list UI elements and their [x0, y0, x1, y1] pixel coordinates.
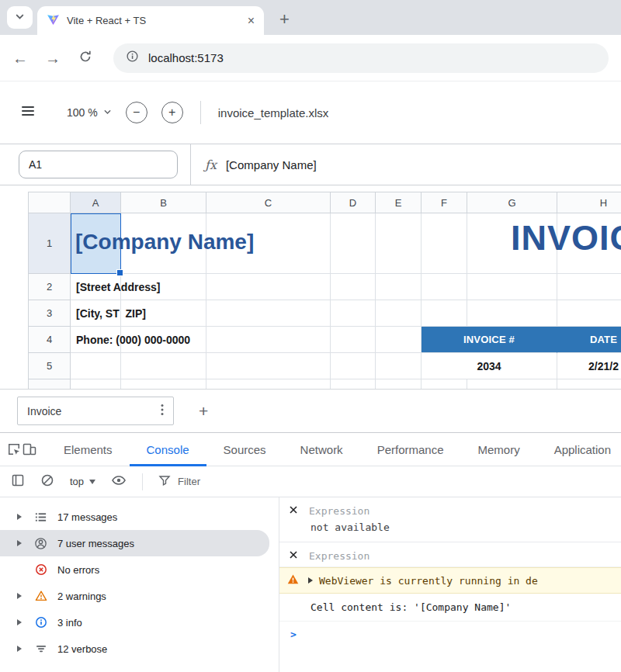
cell-date-header[interactable]: DATE	[557, 327, 621, 353]
col-header-a[interactable]: A	[71, 192, 121, 213]
back-icon[interactable]: ←	[12, 50, 28, 66]
cell-date-value[interactable]: 2/21/2	[557, 353, 621, 379]
new-tab-button[interactable]: +	[279, 11, 290, 28]
tab-close-icon[interactable]: ×	[248, 15, 255, 27]
console-warning-message[interactable]: WebViewer is currently running in de	[279, 567, 621, 594]
cell-invoice-number[interactable]: 2034	[422, 353, 557, 379]
console-prompt-chevron[interactable]: >	[279, 622, 621, 647]
select-all-corner[interactable]	[29, 192, 71, 213]
row-header-6[interactable]: 6	[29, 379, 71, 389]
clear-console-icon[interactable]	[40, 473, 54, 490]
row-header-5[interactable]: 5	[29, 353, 71, 379]
row-header-3[interactable]: 3	[29, 300, 71, 327]
expand-triangle-icon[interactable]	[17, 514, 22, 520]
expand-triangle-icon[interactable]	[17, 540, 22, 546]
col-header-h[interactable]: H	[557, 192, 621, 213]
console-sidebar-toggle-icon[interactable]	[11, 473, 25, 490]
cell[interactable]	[206, 353, 331, 379]
cell[interactable]	[71, 379, 121, 389]
cell-a4[interactable]: Phone: (000) 000-0000	[71, 327, 121, 353]
cell-a3[interactable]: [City, ST ZIP]	[71, 300, 121, 327]
col-header-f[interactable]: F	[422, 192, 467, 213]
cell[interactable]	[206, 300, 331, 327]
inspect-element-icon[interactable]	[6, 442, 22, 457]
col-header-g[interactable]: G	[467, 192, 557, 213]
sidebar-item-info[interactable]: 3 info	[0, 609, 279, 636]
cell[interactable]	[557, 379, 621, 389]
cell[interactable]	[557, 300, 621, 327]
tab-sources[interactable]: Sources	[206, 433, 283, 466]
tab-performance[interactable]: Performance	[360, 433, 461, 466]
tab-search-button[interactable]	[7, 6, 33, 29]
col-header-d[interactable]: D	[331, 192, 376, 213]
cell[interactable]	[376, 327, 422, 353]
cell[interactable]	[422, 274, 467, 300]
cell[interactable]	[331, 300, 376, 327]
col-header-b[interactable]: B	[121, 192, 206, 213]
expand-triangle-icon[interactable]	[17, 593, 22, 599]
row-header-1[interactable]: 1	[29, 213, 71, 274]
tab-application[interactable]: Application	[537, 433, 621, 466]
cell[interactable]	[467, 300, 557, 327]
zoom-out-button[interactable]: −	[126, 102, 147, 123]
sidebar-item-errors[interactable]: No errors	[0, 556, 279, 583]
info-icon[interactable]	[126, 50, 139, 66]
col-header-e[interactable]: E	[376, 192, 422, 213]
cell[interactable]	[422, 213, 467, 274]
cell[interactable]	[376, 274, 422, 300]
forward-icon[interactable]: →	[45, 50, 61, 66]
cell[interactable]	[331, 327, 376, 353]
cell[interactable]	[331, 213, 376, 274]
cell-invoice-number-header[interactable]: INVOICE #	[422, 327, 557, 353]
cell-a2[interactable]: [Street Address]	[71, 274, 121, 300]
cell[interactable]	[206, 379, 331, 389]
sheet-tab-invoice[interactable]: Invoice	[17, 397, 174, 425]
sidebar-item-warnings[interactable]: 2 warnings	[0, 583, 279, 609]
tab-memory[interactable]: Memory	[461, 433, 537, 466]
sidebar-item-all-messages[interactable]: 17 messages	[0, 504, 279, 530]
expand-triangle-icon[interactable]	[17, 646, 22, 652]
zoom-dropdown[interactable]: 100 %	[67, 106, 112, 119]
cell[interactable]	[376, 353, 422, 379]
cell[interactable]	[376, 379, 422, 389]
remove-expression-icon[interactable]	[289, 505, 298, 517]
cell[interactable]	[467, 274, 557, 300]
sidebar-item-user-messages[interactable]: 7 user messages	[0, 530, 269, 556]
cell[interactable]	[422, 300, 467, 327]
sidebar-item-verbose[interactable]: 12 verbose	[0, 636, 279, 662]
reload-icon[interactable]	[78, 49, 93, 68]
cell[interactable]	[206, 327, 331, 353]
cell[interactable]	[557, 274, 621, 300]
cell[interactable]	[467, 379, 557, 389]
console-log-message[interactable]: Cell content is: '[Company Name]'	[279, 594, 621, 622]
tab-console[interactable]: Console	[130, 433, 206, 466]
cell[interactable]	[331, 353, 376, 379]
cell[interactable]	[422, 379, 467, 389]
eye-live-expression-icon[interactable]	[111, 473, 127, 491]
cell[interactable]	[71, 353, 121, 379]
row-header-4[interactable]: 4	[29, 327, 71, 353]
browser-tab[interactable]: Vite + React + TS ×	[37, 6, 264, 35]
expand-triangle-icon[interactable]	[308, 577, 313, 584]
tab-network[interactable]: Network	[283, 433, 360, 466]
cell-reference-input[interactable]	[19, 151, 178, 178]
device-toolbar-icon[interactable]	[22, 442, 37, 457]
menu-hamburger-icon[interactable]	[20, 103, 36, 122]
context-selector[interactable]: top	[70, 476, 95, 487]
add-sheet-button[interactable]: +	[199, 403, 208, 419]
expression-label[interactable]: Expression	[309, 505, 369, 517]
cell[interactable]	[331, 274, 376, 300]
expression-label[interactable]: Expression	[309, 550, 369, 562]
cell[interactable]	[331, 379, 376, 389]
expand-triangle-icon[interactable]	[17, 619, 22, 625]
filter-control[interactable]: Filter	[158, 474, 200, 489]
remove-expression-icon[interactable]	[289, 550, 298, 562]
zoom-in-button[interactable]: +	[161, 102, 183, 123]
cell[interactable]	[376, 213, 422, 274]
cell[interactable]	[206, 274, 331, 300]
formula-text[interactable]: [Company Name]	[226, 158, 317, 171]
cell[interactable]	[121, 379, 206, 389]
col-header-c[interactable]: C	[206, 192, 331, 213]
cell[interactable]	[376, 300, 422, 327]
sheet-tab-menu-icon[interactable]	[161, 404, 164, 419]
